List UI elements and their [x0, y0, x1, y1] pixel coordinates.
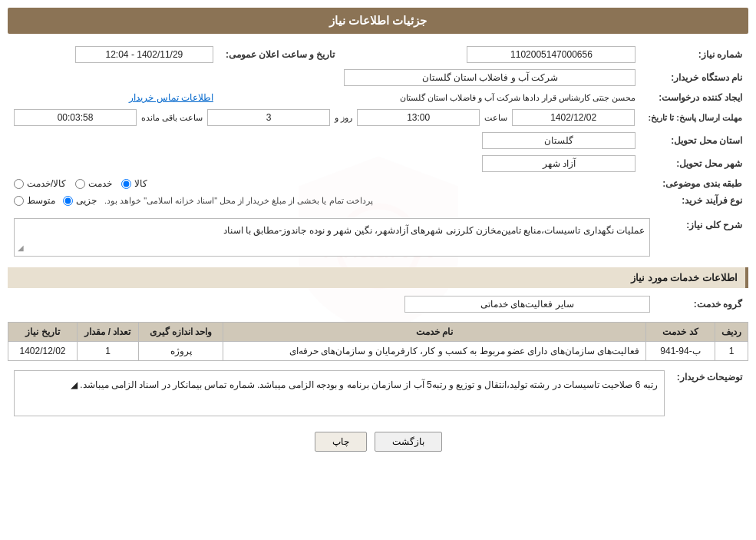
- city-value: آزاد شهر: [482, 155, 636, 172]
- table-row: 1 ب-94-941 فعالیت‌های سازمان‌های دارای ع…: [8, 342, 748, 361]
- buyer-desc-value: رتبه 6 صلاحیت تاسیسات در رشته تولید،انتق…: [80, 379, 657, 390]
- button-row: بازگشت چاپ: [8, 432, 748, 452]
- cell-name: فعالیت‌های سازمان‌های دارای عضو مربوط به…: [223, 342, 646, 361]
- page-header: جزئیات اطلاعات نیاز: [8, 8, 748, 34]
- category-radio-group: کالا/خدمت خدمت کالا: [14, 178, 636, 189]
- cell-qty: 1: [78, 342, 139, 361]
- response-remaining-label: ساعت باقی مانده: [141, 113, 203, 123]
- contact-link[interactable]: اطلاعات تماس خریدار: [129, 92, 213, 103]
- org-name-value: شرکت آب و فاضلاب استان گلستان: [344, 69, 636, 86]
- resize-handle-icon[interactable]: ◢: [18, 242, 24, 254]
- purchase-note: پرداخت تمام یا بخشی از مبلغ خریدار از مح…: [104, 196, 373, 206]
- col-header-unit: واحد اندازه گیری: [139, 323, 223, 342]
- general-desc-value: عملیات نگهداری تاسیسات،منابع تامین‌مخازن…: [223, 225, 645, 236]
- org-name-label: نام دستگاه خریدار:: [642, 66, 748, 89]
- back-button[interactable]: بازگشت: [375, 432, 442, 452]
- province-label: استان محل تحویل:: [642, 129, 748, 152]
- col-header-code: کد خدمت: [646, 323, 715, 342]
- cell-unit: پروژه: [139, 342, 223, 361]
- cell-row: 1: [715, 342, 748, 361]
- response-time-label: ساعت: [484, 113, 507, 123]
- cell-date: 1402/12/02: [8, 342, 78, 361]
- province-value: گلستان: [482, 132, 636, 149]
- print-button[interactable]: چاپ: [315, 432, 367, 452]
- buyer-desc-resize-icon[interactable]: ◢: [71, 379, 78, 390]
- response-days-label: روز و: [335, 113, 352, 123]
- col-header-qty: تعداد / مقدار: [78, 323, 139, 342]
- purchase-type-label: نوع فرآیند خرید:: [642, 192, 748, 209]
- response-days-value: 3: [207, 109, 330, 126]
- items-table: ردیف کد خدمت نام خدمت واحد اندازه گیری ت…: [8, 322, 748, 361]
- buyer-desc-box: رتبه 6 صلاحیت تاسیسات در رشته تولید،انتق…: [14, 370, 665, 416]
- buyer-desc-label: توضیحات خریدار:: [671, 367, 748, 419]
- purchase-type-small[interactable]: جزیی: [63, 195, 97, 206]
- response-remaining-value: 00:03:58: [14, 109, 137, 126]
- response-time-value: 13:00: [357, 109, 480, 126]
- category-option-3[interactable]: کالا/خدمت: [14, 178, 66, 189]
- creator-label: ایجاد کننده درخواست:: [642, 89, 748, 106]
- category-option-1[interactable]: کالا: [121, 178, 147, 189]
- response-deadline-label: مهلت ارسال پاسخ: تا تاریخ:: [642, 106, 748, 129]
- category-label: طبقه بندی موضوعی:: [642, 175, 748, 192]
- purchase-type-medium[interactable]: متوسط: [14, 195, 55, 206]
- need-number-value: 1102005147000656: [467, 46, 636, 63]
- col-header-row: ردیف: [715, 323, 748, 342]
- announce-datetime-value: 1402/11/29 - 12:04: [75, 46, 213, 63]
- services-section-title: اطلاعات خدمات مورد نیاز: [8, 267, 748, 288]
- service-group-value: سایر فعالیت‌های خدماتی: [404, 296, 650, 313]
- service-group-label: گروه خدمت:: [656, 293, 748, 316]
- col-header-date: تاریخ نیاز: [8, 323, 78, 342]
- response-date-value: 1402/12/02: [512, 109, 635, 126]
- city-label: شهر محل تحویل:: [642, 152, 748, 175]
- general-desc-label: شرح کلی نیاز:: [656, 215, 748, 260]
- general-desc-box: عملیات نگهداری تاسیسات،منابع تامین‌مخازن…: [14, 218, 650, 257]
- creator-value: محسن جنتی کارشناس قرار دادها شرکت آب و ف…: [400, 93, 636, 102]
- col-header-name: نام خدمت: [223, 323, 646, 342]
- cell-code: ب-94-941: [646, 342, 715, 361]
- category-option-2[interactable]: خدمت: [75, 178, 112, 189]
- announce-datetime-label: تاریخ و ساعت اعلان عمومی:: [220, 43, 341, 66]
- need-number-label: شماره نیاز:: [642, 43, 748, 66]
- page-title: جزئیات اطلاعات نیاز: [329, 14, 427, 27]
